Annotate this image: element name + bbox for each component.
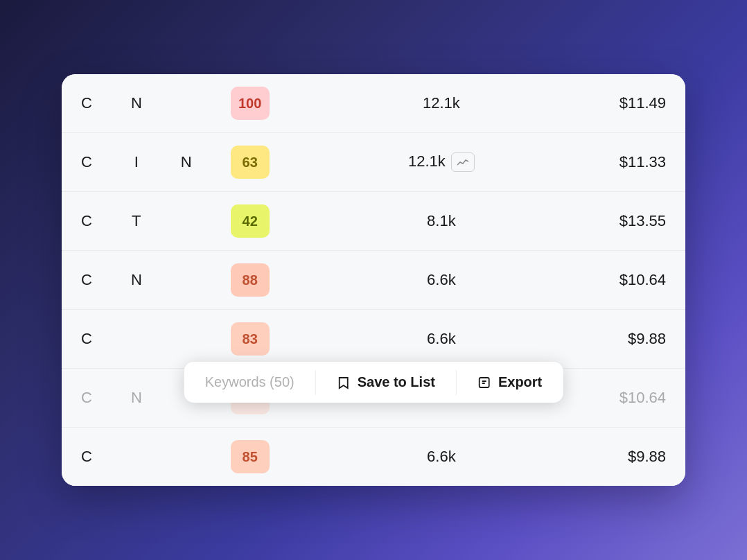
table-row: C856.6k$9.88 xyxy=(62,428,685,487)
table-row: CIN6312.1k$11.33 xyxy=(62,133,685,192)
col2-letter: N xyxy=(112,369,161,428)
badge-cell: 83 xyxy=(211,310,349,369)
volume-cell: 12.1k xyxy=(349,133,534,192)
export-icon xyxy=(477,376,491,390)
svg-rect-0 xyxy=(480,378,489,387)
trend-icon[interactable] xyxy=(451,152,475,172)
col1-letter: C xyxy=(62,428,112,487)
volume-cell: 6.6k xyxy=(349,428,534,487)
score-badge: 63 xyxy=(231,146,270,179)
badge-cell: 100 xyxy=(211,74,349,133)
price-cell: $11.49 xyxy=(534,74,685,133)
col2-letter: T xyxy=(112,192,161,251)
save-label: Save to List xyxy=(358,374,435,390)
export-label: Export xyxy=(498,374,542,390)
volume-cell: 12.1k xyxy=(349,74,534,133)
badge-cell: 42 xyxy=(211,192,349,251)
score-badge: 100 xyxy=(231,87,270,120)
price-cell: $9.88 xyxy=(534,428,685,487)
col1-letter: C xyxy=(62,74,112,133)
badge-cell: 85 xyxy=(211,428,349,487)
volume-value: 8.1k xyxy=(427,212,456,229)
volume-value: 6.6k xyxy=(427,330,456,347)
table-row: CN886.6k$10.64 xyxy=(62,251,685,310)
badge-cell: 88 xyxy=(211,251,349,310)
volume-value: 6.6k xyxy=(427,448,456,465)
main-card: CN10012.1k$11.49CIN6312.1k$11.33CT428.1k… xyxy=(62,74,685,486)
table-row: C836.6k$9.88 xyxy=(62,310,685,369)
table-row: CT428.1k$13.55 xyxy=(62,192,685,251)
col1-letter: C xyxy=(62,310,112,369)
col2-letter xyxy=(112,310,161,369)
table-row: CN10012.1k$11.49 xyxy=(62,74,685,133)
save-to-list-button[interactable]: Save to List xyxy=(316,362,456,403)
col2-letter xyxy=(112,428,161,487)
col1-letter: C xyxy=(62,133,112,192)
keywords-label: Keywords (50) xyxy=(205,374,295,390)
data-table: CN10012.1k$11.49CIN6312.1k$11.33CT428.1k… xyxy=(62,74,685,486)
score-badge: 83 xyxy=(231,322,270,356)
badge-cell: 63 xyxy=(211,133,349,192)
col1-letter: C xyxy=(62,369,112,428)
volume-cell: 8.1k xyxy=(349,192,534,251)
score-badge: 85 xyxy=(231,440,270,473)
col2-letter: N xyxy=(112,251,161,310)
price-cell: $11.33 xyxy=(534,133,685,192)
price-cell: $13.55 xyxy=(534,192,685,251)
col3-letter xyxy=(161,310,211,369)
volume-value: 6.6k xyxy=(427,271,456,288)
keywords-button[interactable]: Keywords (50) xyxy=(184,362,315,403)
col1-letter: C xyxy=(62,251,112,310)
col3-letter xyxy=(161,428,211,487)
export-button[interactable]: Export xyxy=(457,362,563,403)
score-badge: 42 xyxy=(231,204,270,238)
volume-value: 12.1k xyxy=(423,94,460,112)
col3-letter xyxy=(161,74,211,133)
col1-letter: C xyxy=(62,192,112,251)
volume-cell: 6.6k xyxy=(349,310,534,369)
price-cell: $9.88 xyxy=(534,310,685,369)
bookmark-icon xyxy=(337,376,351,390)
col3-letter xyxy=(161,192,211,251)
volume-value: 12.1k xyxy=(408,152,446,170)
volume-cell: 6.6k xyxy=(349,251,534,310)
price-cell: $10.64 xyxy=(534,251,685,310)
col2-letter: I xyxy=(112,133,161,192)
col3-letter xyxy=(161,251,211,310)
action-tooltip-bar: Keywords (50) Save to List Export xyxy=(184,362,563,403)
score-badge: 88 xyxy=(231,263,270,297)
col3-letter: N xyxy=(161,133,211,192)
col2-letter: N xyxy=(112,74,161,133)
